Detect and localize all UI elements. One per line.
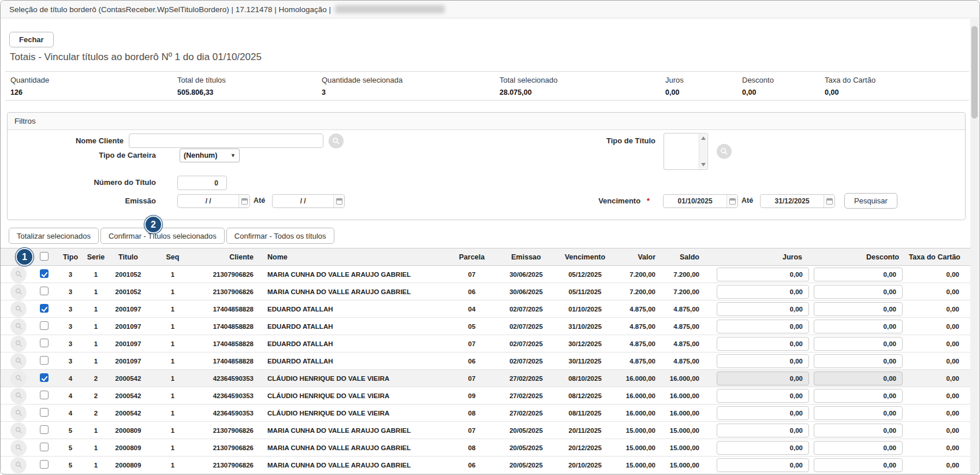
row-magnifier-icon[interactable] bbox=[10, 266, 27, 283]
nome-cliente-search-icon[interactable] bbox=[329, 133, 344, 149]
row-magnifier-icon[interactable] bbox=[10, 336, 27, 352]
cell-serie: 1 bbox=[85, 288, 107, 295]
cell-taxa-cartao: 0,00 bbox=[907, 288, 966, 295]
cell-taxa-cartao: 0,00 bbox=[907, 340, 966, 347]
totalizar-selecionados-button[interactable]: Totalizar selecionados bbox=[9, 228, 99, 244]
row-checkbox[interactable] bbox=[40, 304, 49, 313]
vencimento-ate-label: Até bbox=[741, 196, 753, 205]
juros-input[interactable] bbox=[717, 372, 809, 385]
cell-tipo: 5 bbox=[56, 427, 85, 434]
cell-tipo: 3 bbox=[56, 323, 85, 330]
cell-emissao: 27/02/2025 bbox=[494, 410, 558, 417]
confirmar-todos-button[interactable]: Confirmar - Todos os títulos bbox=[226, 228, 334, 244]
cell-tipo: 5 bbox=[56, 444, 85, 451]
listbox-scrollbar[interactable] bbox=[699, 134, 707, 169]
desconto-input[interactable] bbox=[814, 285, 903, 299]
desconto-input[interactable] bbox=[814, 389, 903, 403]
cell-valor: 4.875,00 bbox=[612, 340, 661, 347]
row-checkbox[interactable] bbox=[40, 321, 49, 330]
cell-titulo: 2001052 bbox=[107, 288, 150, 295]
vencimento-de-field[interactable] bbox=[663, 194, 738, 208]
cell-emissao: 02/07/2025 bbox=[494, 340, 558, 347]
cell-vencimento: 05/11/2025 bbox=[558, 288, 612, 295]
scrollbar-thumb[interactable] bbox=[971, 26, 978, 118]
desconto-input[interactable] bbox=[814, 458, 903, 472]
row-checkbox[interactable] bbox=[40, 460, 49, 469]
row-checkbox[interactable] bbox=[40, 408, 49, 417]
cell-saldo: 7.200,00 bbox=[661, 271, 705, 278]
row-magnifier-icon[interactable] bbox=[10, 353, 27, 369]
tipo-titulo-listbox[interactable] bbox=[664, 133, 708, 170]
row-checkbox[interactable] bbox=[40, 287, 49, 295]
nome-cliente-input[interactable] bbox=[129, 133, 323, 148]
desconto-input[interactable] bbox=[814, 302, 903, 316]
desconto-input[interactable] bbox=[814, 406, 903, 420]
vertical-scrollbar[interactable] bbox=[970, 19, 979, 474]
vencimento-ate-input[interactable] bbox=[761, 195, 824, 207]
total-selecionado: Total selecionado 28.075,00 bbox=[500, 76, 665, 100]
juros-input[interactable] bbox=[717, 441, 809, 455]
row-magnifier-icon[interactable] bbox=[10, 405, 27, 421]
desconto-input[interactable] bbox=[814, 441, 903, 455]
juros-input[interactable] bbox=[717, 389, 809, 403]
cell-saldo: 4.875,00 bbox=[661, 358, 705, 365]
cell-tipo: 3 bbox=[56, 306, 85, 313]
row-magnifier-icon[interactable] bbox=[10, 440, 27, 456]
row-magnifier-icon[interactable] bbox=[10, 388, 27, 404]
vencimento-de-input[interactable] bbox=[664, 195, 726, 207]
desconto-input[interactable] bbox=[814, 372, 903, 385]
select-all-checkbox[interactable] bbox=[40, 252, 49, 261]
cell-emissao: 02/07/2025 bbox=[494, 358, 558, 365]
desconto-input[interactable] bbox=[814, 268, 903, 281]
filters-body: Nome Cliente Tipo de Título Tipo de Cart… bbox=[8, 130, 965, 220]
juros-input[interactable] bbox=[717, 285, 809, 299]
desconto-input[interactable] bbox=[814, 337, 903, 351]
cell-titulo: 2001097 bbox=[107, 323, 150, 330]
tipo-carteira-select[interactable]: (Nenhum) ▼ bbox=[180, 149, 240, 162]
juros-input[interactable] bbox=[717, 302, 809, 316]
action-buttons: Totalizar selecionados Confirmar - Títul… bbox=[9, 228, 334, 244]
row-magnifier-icon[interactable] bbox=[10, 370, 27, 387]
calendar-icon[interactable] bbox=[726, 195, 737, 207]
tipo-titulo-search-icon[interactable] bbox=[717, 144, 732, 159]
cell-serie: 1 bbox=[85, 323, 107, 330]
cell-valor: 15.000,00 bbox=[612, 444, 661, 451]
juros-input[interactable] bbox=[717, 320, 809, 333]
row-checkbox[interactable] bbox=[40, 391, 49, 399]
juros-input[interactable] bbox=[717, 458, 809, 472]
row-magnifier-icon[interactable] bbox=[10, 457, 27, 473]
row-checkbox[interactable] bbox=[40, 356, 49, 365]
juros-input[interactable] bbox=[717, 354, 809, 368]
cell-emissao: 20/05/2025 bbox=[494, 427, 558, 434]
row-magnifier-icon[interactable] bbox=[10, 284, 27, 300]
juros-input[interactable] bbox=[717, 268, 809, 281]
row-checkbox[interactable] bbox=[40, 269, 49, 278]
row-checkbox[interactable] bbox=[40, 443, 49, 451]
row-magnifier-icon[interactable] bbox=[10, 301, 27, 317]
desconto-input[interactable] bbox=[814, 320, 903, 333]
juros-input[interactable] bbox=[717, 406, 809, 420]
desconto-input[interactable] bbox=[814, 424, 903, 437]
table-body: 3 1 2001052 1 21307906826 MARIA CUNHA DO… bbox=[1, 266, 970, 474]
cell-seq: 1 bbox=[150, 427, 196, 434]
row-checkbox[interactable] bbox=[40, 425, 49, 434]
juros-input[interactable] bbox=[717, 424, 809, 437]
scroll-down-icon[interactable] bbox=[701, 163, 706, 166]
row-magnifier-icon[interactable] bbox=[10, 318, 27, 335]
confirmar-selecionados-button[interactable]: Confirmar - Títulos selecionados bbox=[100, 228, 225, 244]
pesquisar-button[interactable]: Pesquisar bbox=[844, 193, 897, 209]
row-magnifier-icon[interactable] bbox=[10, 422, 27, 439]
vencimento-ate-field[interactable] bbox=[760, 194, 835, 208]
cell-emissao: 20/05/2025 bbox=[494, 444, 558, 451]
scroll-up-icon[interactable] bbox=[701, 136, 706, 140]
row-checkbox[interactable] bbox=[40, 373, 49, 382]
row-checkbox[interactable] bbox=[40, 339, 49, 347]
desconto-input[interactable] bbox=[814, 354, 903, 368]
required-asterisk: * bbox=[647, 196, 650, 205]
cell-nome: CLÁUDIO HENRIQUE DO VALE VIEIRA bbox=[254, 410, 450, 417]
table-row: 3 1 2001097 1 17404858828 EDUARDO ATALLA… bbox=[1, 352, 970, 370]
calendar-icon[interactable] bbox=[824, 195, 834, 207]
juros-input[interactable] bbox=[717, 337, 809, 351]
numero-titulo-input[interactable] bbox=[177, 176, 227, 190]
fechar-button[interactable]: Fechar bbox=[9, 32, 54, 47]
